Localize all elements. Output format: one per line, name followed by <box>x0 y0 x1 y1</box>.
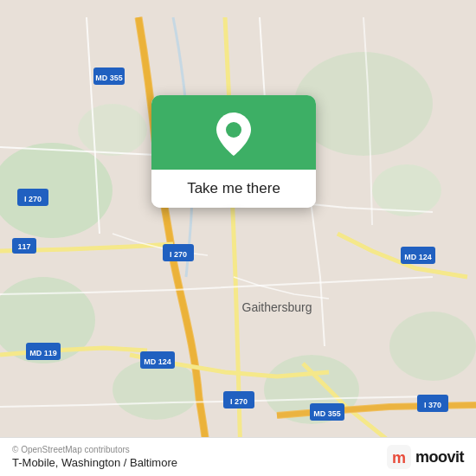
svg-text:I 370: I 370 <box>424 401 441 409</box>
svg-text:MD 119: MD 119 <box>29 349 57 357</box>
map-background: MD 355 I 270 117 I 270 MD 124 MD 124 MD … <box>0 0 476 476</box>
copyright-text: © OpenStreetMap contributors <box>12 445 177 454</box>
popup-green-area <box>151 95 316 170</box>
moovit-logo: m moovit <box>387 445 464 469</box>
svg-text:MD 124: MD 124 <box>144 357 171 366</box>
svg-text:m: m <box>392 449 406 466</box>
svg-text:I 270: I 270 <box>230 397 248 406</box>
svg-text:Gaithersburg: Gaithersburg <box>242 300 312 314</box>
svg-text:MD 355: MD 355 <box>313 409 341 418</box>
map-container: MD 355 I 270 117 I 270 MD 124 MD 124 MD … <box>0 0 476 476</box>
svg-point-7 <box>389 312 476 381</box>
svg-text:MD 355: MD 355 <box>95 74 123 82</box>
take-me-there-button[interactable]: Take me there <box>151 170 316 208</box>
svg-point-8 <box>78 104 147 156</box>
location-title: T-Mobile, Washington / Baltimore <box>12 456 177 469</box>
svg-text:I 270: I 270 <box>170 250 187 259</box>
svg-point-5 <box>372 164 441 216</box>
moovit-brand-text: moovit <box>415 448 464 466</box>
svg-text:I 270: I 270 <box>24 195 42 203</box>
moovit-icon: m <box>387 445 411 469</box>
svg-text:MD 124: MD 124 <box>404 253 432 261</box>
svg-text:117: 117 <box>17 242 30 251</box>
bottom-left-info: © OpenStreetMap contributors T-Mobile, W… <box>12 445 177 469</box>
svg-point-32 <box>226 122 241 138</box>
location-pin <box>214 114 254 154</box>
popup-card: Take me there <box>151 95 316 208</box>
bottom-bar: © OpenStreetMap contributors T-Mobile, W… <box>0 437 476 476</box>
